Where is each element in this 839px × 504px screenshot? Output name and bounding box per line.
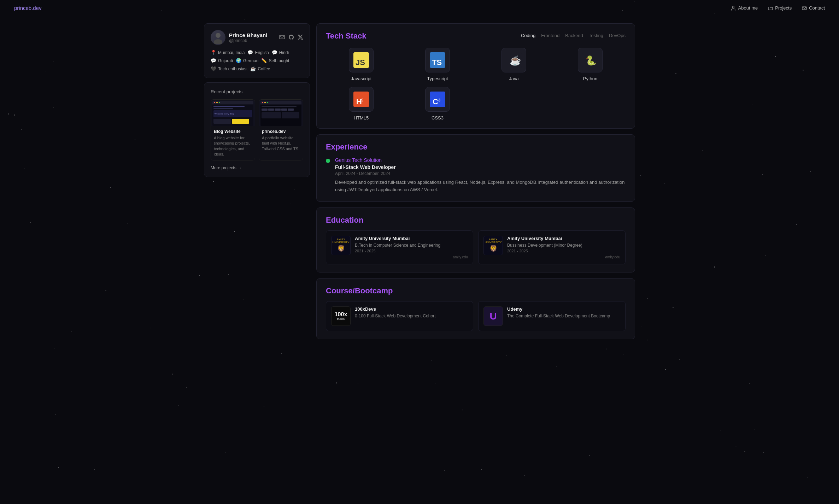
svg-point-2 (216, 33, 221, 38)
tech-stack-title: Tech Stack (326, 31, 366, 41)
education-section: Education AMITY UNIVERSITY 🦁 Amity Unive… (316, 207, 635, 273)
blog-project-desc: A blog website for showcasing projects, … (214, 135, 252, 157)
english-tag: 💬 English (247, 50, 269, 55)
nav-projects[interactable]: Projects (768, 5, 792, 11)
recent-projects-title: Recent projects (211, 89, 303, 94)
course-provider-2: Udemy (507, 306, 620, 312)
education-title: Education (326, 216, 626, 225)
github-icon[interactable] (288, 34, 294, 41)
edu-degree-2: Bussiness Development (Minor Degree) (507, 242, 620, 248)
nav-about[interactable]: About me (731, 5, 758, 11)
amity-logo-2: AMITY UNIVERSITY 🦁 (483, 236, 503, 255)
edu-years-1: 2021 - 2025 (355, 249, 468, 253)
nav-brand[interactable]: princeb.dev (14, 5, 42, 11)
tech-javascript-label: Javascript (351, 76, 372, 81)
nav-contact[interactable]: Contact (802, 5, 825, 11)
tech-stack-section: Tech Stack Coding Frontend Backend Testi… (316, 23, 635, 129)
tech-grid-row2: H 5 HTML5 C 3 CSS3 (326, 87, 626, 121)
tab-testing[interactable]: Testing (589, 33, 603, 39)
hindi-tag: 💬 Hindi (272, 50, 289, 55)
tech-html5-label: HTML5 (354, 115, 369, 121)
courses-section: Course/Bootcamp 100x Devs 100xDevs 0-100… (316, 278, 635, 339)
tech-grid-row1: JS Javascript TS Typescript (326, 48, 626, 81)
experience-company: Genius Tech Solution (335, 157, 626, 163)
edu-domain-2: amity.edu (507, 255, 620, 259)
edu-degree-1: B.Tech in Computer Science and Engineeri… (355, 242, 468, 248)
tech-python-label: Python (583, 76, 597, 81)
edu-school-1: Amity University Mumbai (355, 236, 468, 241)
projects-grid: Welcome to my Blog Blog Website A blog w… (211, 99, 303, 160)
sidebar: Prince Bhayani @princeb (204, 23, 310, 339)
main-content: Tech Stack Coding Frontend Backend Testi… (316, 23, 635, 339)
avatar (211, 30, 225, 45)
tech-typescript-label: Typescript (427, 76, 448, 81)
profile-handle: @princeb (229, 38, 267, 43)
svg-point-0 (733, 6, 734, 8)
experience-role: Full-Stack Web Developer (335, 164, 626, 170)
experience-content: Genius Tech Solution Full-Stack Web Deve… (335, 157, 626, 194)
tech-javascript: JS Javascript (326, 48, 397, 81)
edu-card-1: AMITY UNIVERSITY 🦁 Amity University Mumb… (326, 230, 473, 265)
experience-title: Experience (326, 142, 626, 152)
tab-coding[interactable]: Coding (521, 33, 535, 39)
udemy-logo: U (483, 306, 503, 326)
course-provider-1: 100xDevs (355, 306, 468, 312)
courses-grid: 100x Devs 100xDevs 0-100 Full-Stack Web … (326, 301, 626, 331)
german-tag: 🌍 German (236, 58, 258, 63)
folder-icon (768, 5, 773, 11)
project-item-blog[interactable]: Welcome to my Blog Blog Website A blog w… (211, 99, 255, 160)
course-card-2: U Udemy The Complete Full-Stack Web Deve… (478, 301, 626, 331)
edu-domain-1: amity.edu (355, 255, 468, 259)
gujarati-tag: 💬 Gujarati (211, 58, 233, 63)
course-card-1: 100x Devs 100xDevs 0-100 Full-Stack Web … (326, 301, 473, 331)
tech-tabs: Coding Frontend Backend Testing DevOps (521, 33, 626, 39)
twitter-icon[interactable] (298, 34, 303, 41)
amity-logo-1: AMITY UNIVERSITY 🦁 (331, 236, 351, 255)
location-tag: 📍 Mumbai, India (211, 50, 245, 55)
tech-java: ☕ Java (479, 48, 549, 81)
profile-name: Prince Bhayani (229, 32, 267, 38)
tech-css3: C 3 CSS3 (402, 87, 473, 121)
edu-school-2: Amity University Mumbai (507, 236, 620, 241)
blog-project-name: Blog Website (214, 129, 252, 134)
portfolio-project-name: princeb.dev (262, 129, 300, 134)
envelope-icon (802, 5, 807, 11)
tab-frontend[interactable]: Frontend (541, 33, 559, 39)
recent-projects-card: Recent projects We (204, 82, 310, 177)
tech-java-label: Java (509, 76, 518, 81)
nav-links: About me Projects Contact (731, 5, 825, 11)
profile-actions (279, 34, 303, 41)
email-icon[interactable] (279, 34, 285, 41)
course-name-2: The Complete Full-Stack Web Development … (507, 313, 620, 319)
tab-devops[interactable]: DevOps (609, 33, 626, 39)
svg-text:☕: ☕ (510, 55, 521, 66)
profile-card: Prince Bhayani @princeb (204, 23, 310, 78)
svg-text:TS: TS (432, 58, 442, 67)
profile-identity: Prince Bhayani @princeb (211, 30, 267, 45)
navigation: princeb.dev About me Projects (0, 0, 839, 16)
svg-point-3 (214, 39, 222, 44)
svg-rect-4 (280, 35, 284, 39)
page-layout: Prince Bhayani @princeb (190, 16, 649, 346)
coffee-tag: ☕ Coffee (250, 66, 270, 71)
selftaught-tag: ✏️ Self-taught (261, 58, 289, 63)
experience-section: Experience Genius Tech Solution Full-Sta… (316, 134, 635, 202)
education-grid: AMITY UNIVERSITY 🦁 Amity University Mumb… (326, 230, 626, 265)
svg-text:5: 5 (361, 98, 363, 102)
tech-css3-label: CSS3 (432, 115, 444, 121)
svg-text:3: 3 (438, 98, 440, 102)
experience-active-dot (326, 159, 330, 163)
tab-backend[interactable]: Backend (565, 33, 583, 39)
language-icon: 💬 (247, 50, 253, 55)
experience-entry: Genius Tech Solution Full-Stack Web Deve… (326, 157, 626, 194)
portfolio-project-desc: A portfolio website built with Next.js, … (262, 135, 300, 152)
edu-years-2: 2021 - 2025 (507, 249, 620, 253)
tech-tag: 🖤 Tech enthusiast (211, 66, 247, 71)
tech-python: 🐍 Python (555, 48, 626, 81)
project-item-portfolio[interactable]: princeb.dev A portfolio website built wi… (259, 99, 303, 160)
more-projects-link[interactable]: More projects → (211, 165, 303, 170)
location-icon: 📍 (211, 50, 216, 55)
svg-text:🐍: 🐍 (585, 55, 597, 66)
course-name-1: 0-100 Full-Stack Web Development Cohort (355, 313, 468, 319)
edu-card-2: AMITY UNIVERSITY 🦁 Amity University Mumb… (478, 230, 626, 265)
